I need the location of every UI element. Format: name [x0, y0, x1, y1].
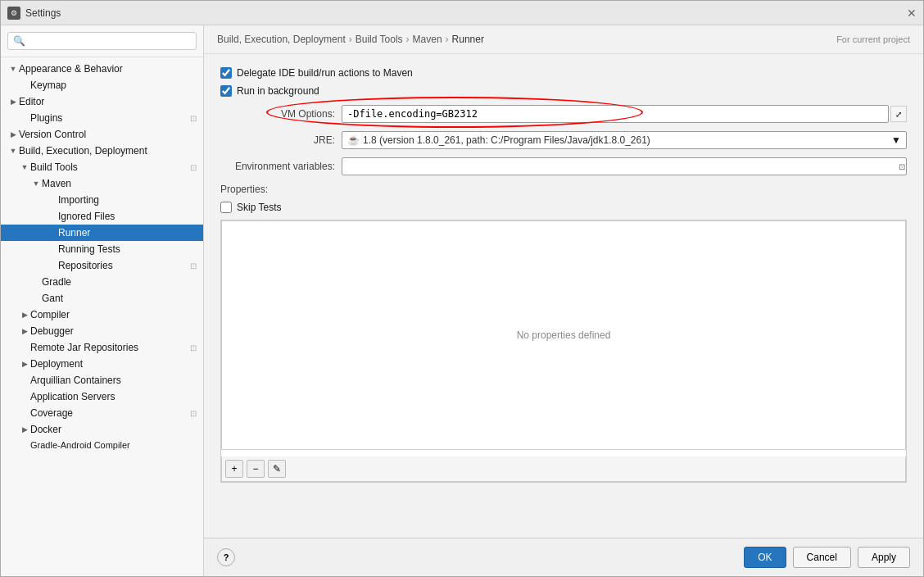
breadcrumb-part1: Build, Execution, Deployment — [217, 34, 346, 45]
arrow-icon: ▼ — [19, 163, 30, 171]
properties-label: Properties: — [220, 184, 907, 195]
page-icon: ⊡ — [190, 409, 197, 418]
sidebar-item-label: Repositories — [58, 260, 187, 271]
page-icon: ⊡ — [190, 343, 197, 352]
ok-button[interactable]: OK — [744, 547, 786, 568]
vm-options-expand-button[interactable]: ⤢ — [890, 106, 907, 122]
no-properties-text: No properties defined — [517, 329, 611, 341]
background-checkbox[interactable] — [220, 85, 232, 97]
sidebar-item-label: Importing — [58, 194, 197, 206]
skip-tests-checkbox[interactable] — [220, 202, 232, 213]
sidebar-item-coverage[interactable]: Coverage ⊡ — [1, 405, 203, 421]
sidebar-item-label: Deployment — [30, 358, 197, 370]
sidebar-item-label: Application Servers — [30, 391, 197, 402]
sidebar-item-label: Version Control — [19, 129, 197, 140]
cancel-button[interactable]: Cancel — [793, 547, 851, 568]
arrow-icon: ▼ — [7, 147, 19, 155]
sidebar-item-importing[interactable]: Importing — [1, 192, 203, 208]
env-wrapper: ⊡ — [342, 157, 907, 175]
breadcrumb-part2: Build Tools — [356, 34, 403, 45]
env-vars-input[interactable] — [342, 157, 907, 175]
add-property-button[interactable]: + — [225, 460, 243, 478]
sidebar-item-remote-jar[interactable]: Remote Jar Repositories ⊡ — [1, 339, 203, 356]
sidebar-item-maven[interactable]: ▼ Maven — [1, 175, 203, 192]
breadcrumb-part3: Maven — [413, 34, 442, 45]
sidebar-item-version-control[interactable]: ▶ Version Control — [1, 126, 203, 143]
env-expand-icon: ⊡ — [899, 162, 905, 171]
breadcrumb-current: Runner — [452, 34, 484, 45]
sidebar-tree: ▼ Appearance & Behavior Keymap ▶ Editor … — [1, 57, 203, 576]
sidebar-item-label: Ignored Files — [58, 211, 197, 222]
jre-select[interactable]: ☕ 1.8 (version 1.8.0_261, path: C:/Progr… — [342, 131, 907, 149]
sidebar-item-compiler[interactable]: ▶ Compiler — [1, 307, 203, 323]
page-icon: ⊡ — [190, 163, 197, 172]
sidebar-item-label: Build, Execution, Deployment — [19, 145, 197, 157]
sidebar-item-label: Gradle-Android Compiler — [30, 440, 197, 450]
page-icon: ⊡ — [190, 261, 197, 270]
vm-options-row: VM Options: ⤢ — [220, 105, 907, 123]
sidebar-item-gradle-android[interactable]: Gradle-Android Compiler — [1, 438, 203, 452]
help-button[interactable]: ? — [217, 548, 235, 566]
skip-tests-row: Skip Tests — [220, 202, 907, 213]
sidebar-item-label: Gradle — [42, 276, 197, 288]
arrow-icon: ▶ — [19, 360, 30, 368]
window-title: Settings — [25, 7, 61, 19]
sidebar-item-repositories[interactable]: Repositories ⊡ — [1, 257, 203, 274]
sidebar-item-gradle[interactable]: Gradle — [1, 274, 203, 290]
arrow-icon: ▶ — [19, 327, 30, 335]
sidebar-item-arquillian[interactable]: Arquillian Containers — [1, 372, 203, 388]
separator-icon: › — [406, 34, 410, 45]
content-area: ▼ Appearance & Behavior Keymap ▶ Editor … — [1, 25, 923, 576]
jre-label: JRE: — [220, 134, 335, 146]
sidebar-item-ignored-files[interactable]: Ignored Files — [1, 208, 203, 225]
sidebar-item-label: Running Tests — [58, 243, 197, 255]
delegate-label: Delegate IDE build/run actions to Maven — [237, 67, 413, 79]
arrow-icon: ▼ — [30, 179, 42, 188]
sidebar-item-label: Arquillian Containers — [30, 375, 197, 386]
jre-select-inner: ☕ 1.8 (version 1.8.0_261, path: C:/Progr… — [347, 134, 650, 146]
bottom-bar: ? OK Cancel Apply — [204, 538, 923, 576]
sidebar-item-build-tools[interactable]: ▼ Build Tools ⊡ — [1, 159, 203, 175]
sidebar-item-build-exec-deploy[interactable]: ▼ Build, Execution, Deployment — [1, 143, 203, 159]
sidebar-item-editor[interactable]: ▶ Editor — [1, 93, 203, 110]
sidebar-item-label: Keymap — [30, 80, 197, 91]
jre-icon: ☕ — [347, 134, 360, 146]
sidebar-item-runner[interactable]: Runner — [1, 225, 203, 241]
sidebar-item-appearance[interactable]: ▼ Appearance & Behavior — [1, 61, 203, 77]
for-project-label: For current project — [836, 34, 910, 44]
close-button[interactable]: ✕ — [907, 7, 917, 19]
arrow-icon: ▶ — [19, 425, 30, 434]
sidebar-item-debugger[interactable]: ▶ Debugger — [1, 323, 203, 339]
sidebar-item-label: Build Tools — [30, 161, 187, 173]
apply-button[interactable]: Apply — [858, 547, 910, 568]
sidebar-item-docker[interactable]: ▶ Docker — [1, 421, 203, 438]
delegate-checkbox[interactable] — [220, 67, 232, 79]
sidebar-item-running-tests[interactable]: Running Tests — [1, 241, 203, 257]
arrow-icon: ▶ — [7, 98, 19, 106]
sidebar-item-keymap[interactable]: Keymap — [1, 77, 203, 93]
edit-property-button[interactable]: ✎ — [268, 460, 286, 478]
remove-property-button[interactable]: − — [247, 460, 265, 478]
sidebar-item-app-servers[interactable]: Application Servers — [1, 388, 203, 405]
sidebar-item-label: Runner — [58, 227, 197, 239]
main-content: Build, Execution, Deployment › Build Too… — [204, 25, 923, 576]
properties-container: No properties defined + − ✎ — [220, 220, 907, 483]
jre-row: JRE: ☕ 1.8 (version 1.8.0_261, path: C:/… — [220, 131, 907, 149]
delegate-checkbox-row: Delegate IDE build/run actions to Maven — [220, 67, 907, 79]
search-input[interactable] — [7, 32, 197, 50]
skip-tests-label: Skip Tests — [237, 202, 281, 213]
vm-options-input[interactable] — [342, 105, 889, 123]
sidebar-item-deployment[interactable]: ▶ Deployment — [1, 356, 203, 372]
sidebar-item-label: Gant — [42, 293, 197, 304]
sidebar-item-label: Appearance & Behavior — [19, 63, 197, 75]
page-icon: ⊡ — [190, 114, 197, 123]
sidebar: ▼ Appearance & Behavior Keymap ▶ Editor … — [1, 25, 204, 576]
title-bar-left: ⚙ Settings — [7, 7, 61, 20]
sidebar-item-plugins[interactable]: Plugins ⊡ — [1, 110, 203, 126]
settings-window: ⚙ Settings ✕ ▼ Appearance & Behavior Key… — [0, 0, 924, 577]
jre-value: 1.8 (version 1.8.0_261, path: C:/Program… — [363, 134, 650, 146]
sidebar-item-gant[interactable]: Gant — [1, 290, 203, 307]
properties-toolbar: + − ✎ — [221, 457, 906, 482]
dropdown-arrow-icon: ▼ — [891, 134, 901, 146]
breadcrumb: Build, Execution, Deployment › Build Too… — [204, 25, 923, 54]
